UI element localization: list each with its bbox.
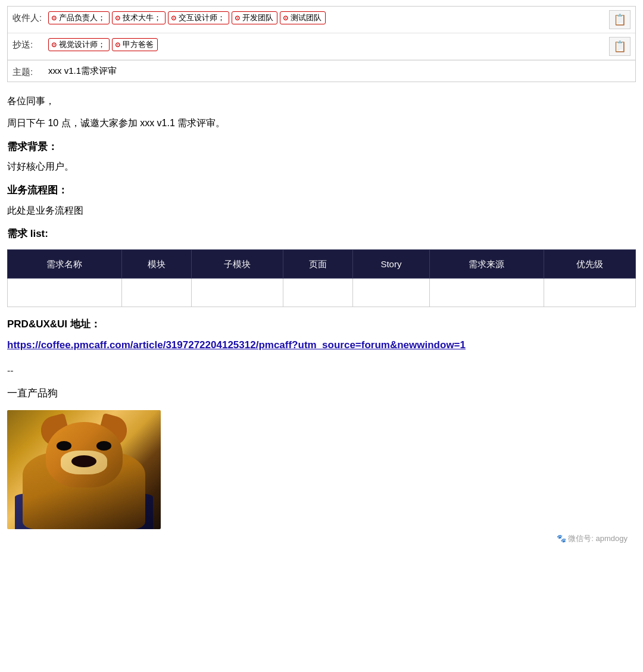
requirements-table: 需求名称模块子模块页面Story需求来源优先级 — [7, 249, 636, 307]
dog-image-container — [7, 410, 161, 529]
watermark-icon: 🐾 — [557, 534, 566, 543]
address-book-button-cc[interactable]: 📋 — [609, 37, 630, 56]
separator: -- — [7, 362, 636, 380]
cc-row: 抄送: ⊙视觉设计师；⊙甲方爸爸 📋 — [8, 33, 635, 60]
to-tag: ⊙开发团队 — [232, 11, 277, 24]
greeting-text: 各位同事， — [7, 93, 636, 110]
tag-label: 视觉设计师； — [59, 39, 105, 50]
tag-label: 产品负责人； — [59, 12, 105, 23]
to-tag: ⊙技术大牛； — [112, 11, 166, 24]
table-cell — [121, 278, 191, 307]
bottom-area: -- 一直产品狗 🐾 微信号: apmdogy — [7, 362, 636, 552]
table-header-cell: 页面 — [283, 249, 352, 278]
flow-heading: 业务流程图： — [7, 182, 636, 200]
subject-label: 主题: — [13, 64, 48, 78]
tag-label: 甲方爸爸 — [123, 39, 154, 50]
signature: 一直产品狗 — [7, 385, 636, 403]
tag-remove-icon[interactable]: ⊙ — [51, 14, 57, 22]
table-header-cell: 需求来源 — [430, 249, 544, 278]
bg-content: 讨好核心用户。 — [7, 158, 636, 176]
table-cell — [283, 278, 352, 307]
tag-remove-icon[interactable]: ⊙ — [115, 41, 120, 49]
subject-row: 主题: — [8, 60, 635, 82]
watermark-text: 微信号: apmdogy — [568, 534, 628, 543]
table-header-cell: 模块 — [121, 249, 191, 278]
dog-image — [7, 410, 161, 529]
cc-label: 抄送: — [13, 37, 48, 51]
cc-tag: ⊙视觉设计师； — [48, 38, 110, 51]
to-tags: ⊙产品负责人；⊙技术大牛；⊙交互设计师；⊙开发团队⊙测试团队 — [48, 10, 605, 26]
cc-tag: ⊙甲方爸爸 — [112, 38, 158, 51]
to-label: 收件人: — [13, 10, 48, 24]
watermark: 🐾 微信号: apmdogy — [557, 532, 628, 545]
intro-text: 周日下午 10 点，诚邀大家参加 xxx v1.1 需求评审。 — [7, 115, 636, 132]
prd-heading: PRD&UX&UI 地址： — [7, 318, 101, 330]
subject-input[interactable] — [48, 66, 630, 76]
dog-nose — [71, 455, 96, 467]
to-tag: ⊙产品负责人； — [48, 11, 110, 24]
table-header-cell: 子模块 — [191, 249, 283, 278]
to-tag: ⊙交互设计师； — [168, 11, 229, 24]
flow-content: 此处是业务流程图 — [7, 202, 636, 220]
table-header-cell: 优先级 — [544, 249, 635, 278]
tag-label: 测试团队 — [291, 12, 322, 23]
tag-remove-icon[interactable]: ⊙ — [171, 14, 176, 22]
table-header-cell: 需求名称 — [8, 249, 122, 278]
prd-section: PRD&UX&UI 地址： https://coffee.pmcaff.com/… — [7, 315, 636, 354]
tag-label: 技术大牛； — [123, 12, 161, 23]
table-cell — [430, 278, 544, 307]
to-row: 收件人: ⊙产品负责人；⊙技术大牛；⊙交互设计师；⊙开发团队⊙测试团队 📋 — [8, 7, 635, 33]
tag-label: 开发团队 — [242, 12, 273, 23]
dog-eye-right — [96, 441, 112, 451]
table-header-cell: Story — [352, 249, 429, 278]
tag-remove-icon[interactable]: ⊙ — [115, 14, 120, 22]
table-row — [8, 278, 636, 307]
cc-tags: ⊙视觉设计师；⊙甲方爸爸 — [48, 37, 605, 52]
table-cell — [191, 278, 283, 307]
table-cell — [8, 278, 122, 307]
to-tag: ⊙测试团队 — [280, 11, 326, 24]
tag-remove-icon[interactable]: ⊙ — [235, 14, 240, 22]
tag-remove-icon[interactable]: ⊙ — [283, 14, 288, 22]
dog-eye-left — [57, 441, 72, 451]
email-body: 各位同事， 周日下午 10 点，诚邀大家参加 xxx v1.1 需求评审。 需求… — [0, 82, 643, 560]
tag-remove-icon[interactable]: ⊙ — [51, 41, 57, 49]
bg-heading: 需求背景： — [7, 138, 636, 157]
email-header: 收件人: ⊙产品负责人；⊙技术大牛；⊙交互设计师；⊙开发团队⊙测试团队 📋 抄送… — [7, 6, 636, 82]
address-book-button-to[interactable]: 📋 — [609, 10, 630, 29]
prd-link[interactable]: https://coffee.pmcaff.com/article/319727… — [7, 336, 636, 355]
req-list-heading: 需求 list: — [7, 225, 636, 243]
table-cell — [544, 278, 635, 307]
table-cell — [352, 278, 429, 307]
tag-label: 交互设计师； — [179, 12, 225, 23]
